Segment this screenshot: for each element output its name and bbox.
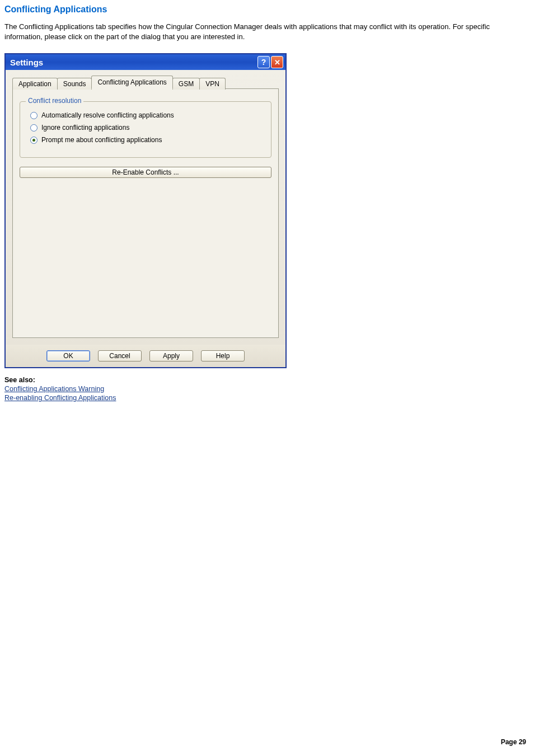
ok-button[interactable]: OK bbox=[46, 350, 90, 361]
radio-label: Prompt me about conflicting applications bbox=[41, 136, 162, 144]
radio-ignore[interactable]: Ignore conflicting applications bbox=[30, 124, 263, 132]
titlebar-title: Settings bbox=[10, 58, 256, 67]
intro-text: The Conflicting Applications tab specifi… bbox=[4, 22, 530, 42]
settings-dialog: Settings ? ✕ Application Sounds Conflict… bbox=[4, 53, 287, 368]
tab-conflicting-applications[interactable]: Conflicting Applications bbox=[91, 76, 172, 89]
radio-label: Ignore conflicting applications bbox=[41, 124, 129, 132]
tab-application[interactable]: Application bbox=[12, 78, 58, 90]
tab-pane: Conflict resolution Automatically resolv… bbox=[12, 88, 279, 338]
see-also-heading: See also: bbox=[4, 376, 530, 384]
conflict-resolution-groupbox: Conflict resolution Automatically resolv… bbox=[20, 101, 271, 158]
radio-auto-resolve[interactable]: Automatically resolve conflicting applic… bbox=[30, 111, 263, 119]
tab-sounds[interactable]: Sounds bbox=[57, 78, 92, 90]
radio-icon bbox=[30, 112, 38, 119]
tab-gsm[interactable]: GSM bbox=[172, 78, 200, 90]
groupbox-legend: Conflict resolution bbox=[26, 97, 83, 105]
radio-icon bbox=[30, 137, 38, 144]
radio-label: Automatically resolve conflicting applic… bbox=[41, 111, 174, 119]
see-also-link[interactable]: Conflicting Applications Warning bbox=[4, 385, 530, 393]
close-icon[interactable]: ✕ bbox=[271, 56, 283, 68]
apply-button[interactable]: Apply bbox=[149, 350, 193, 361]
see-also-link[interactable]: Re-enabling Conflicting Applications bbox=[4, 394, 530, 402]
dialog-button-row: OK Cancel Apply Help bbox=[6, 345, 285, 367]
radio-icon bbox=[30, 124, 38, 132]
help-button[interactable]: Help bbox=[201, 350, 245, 361]
page-title: Conflicting Applications bbox=[4, 4, 530, 15]
radio-prompt[interactable]: Prompt me about conflicting applications bbox=[30, 136, 263, 144]
help-icon[interactable]: ? bbox=[257, 56, 270, 68]
titlebar: Settings ? ✕ bbox=[6, 54, 285, 70]
tab-vpn[interactable]: VPN bbox=[199, 78, 226, 90]
page-number: Page 29 bbox=[501, 738, 526, 746]
re-enable-conflicts-button[interactable]: Re-Enable Conflicts ... bbox=[20, 167, 271, 178]
cancel-button[interactable]: Cancel bbox=[98, 350, 142, 361]
dialog-body: Application Sounds Conflicting Applicati… bbox=[6, 70, 285, 345]
tab-strip: Application Sounds Conflicting Applicati… bbox=[12, 76, 279, 89]
